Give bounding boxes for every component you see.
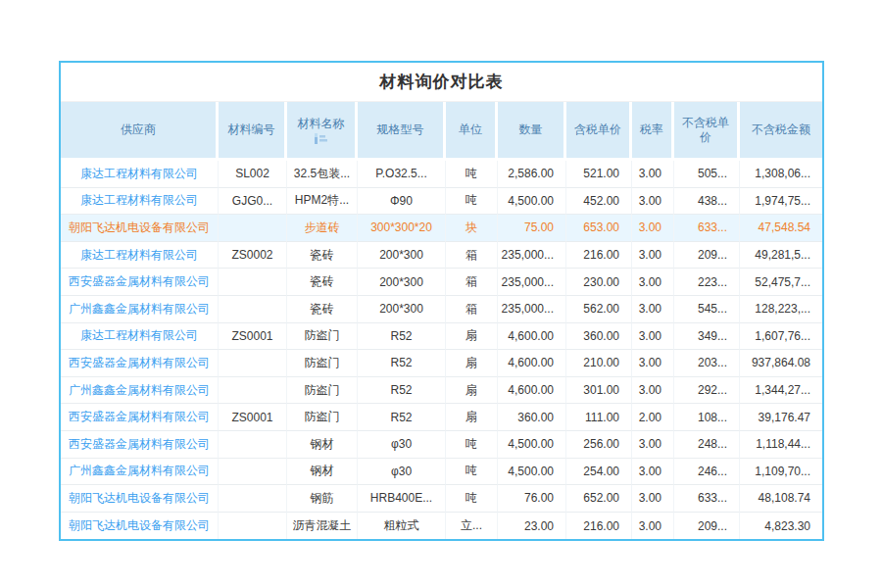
- supplier-link[interactable]: 康达工程材料有限公司: [80, 248, 198, 262]
- cell-supplier: 广州鑫鑫金属材料有限公司: [61, 296, 219, 323]
- cell-tax_rate: 3.00: [632, 269, 674, 296]
- cell-material_name: 瓷砖: [287, 296, 358, 323]
- table-row[interactable]: 西安盛器金属材料有限公司钢材φ30吨4,500.00256.003.00248.…: [61, 431, 822, 459]
- cell-price_incl_tax: 521.00: [566, 161, 632, 188]
- cell-price_excl_tax: 505...: [674, 161, 740, 188]
- supplier-link[interactable]: 朝阳飞达机电设备有限公司: [69, 220, 210, 234]
- supplier-link[interactable]: 康达工程材料有限公司: [80, 193, 198, 207]
- table-row[interactable]: 广州鑫鑫金属材料有限公司钢材φ30吨4,500.00254.003.00246.…: [61, 459, 822, 486]
- cell-unit: 立...: [446, 513, 498, 540]
- cell-price_incl_tax: 216.00: [566, 513, 632, 540]
- cell-quantity: 4,600.00: [498, 377, 566, 405]
- column-header-label: 不含税金额: [752, 122, 810, 137]
- cell-material_name: 钢筋: [287, 485, 358, 513]
- cell-material_no: ZS0002: [219, 242, 287, 270]
- cell-price_incl_tax: 452.00: [566, 188, 632, 216]
- cell-amount_excl_tax: 1,974,75...: [740, 188, 822, 216]
- supplier-link[interactable]: 朝阳飞达机电设备有限公司: [69, 518, 210, 532]
- cell-price_incl_tax: 254.00: [566, 459, 632, 486]
- cell-unit: 块: [446, 215, 498, 242]
- table-row[interactable]: 康达工程材料有限公司ZS0001防盗门R52扇4,600.00360.003.0…: [61, 323, 822, 351]
- cell-quantity: 4,500.00: [498, 431, 566, 459]
- cell-spec: 粗粒式: [358, 513, 446, 540]
- cell-material_name: 防盗门: [287, 323, 358, 351]
- column-header-label: 数量: [519, 122, 543, 137]
- cell-quantity: 23.00: [498, 513, 566, 540]
- supplier-link[interactable]: 西安盛器金属材料有限公司: [69, 274, 210, 288]
- cell-supplier: 康达工程材料有限公司: [61, 188, 219, 216]
- table-row[interactable]: 西安盛器金属材料有限公司瓷砖200*300箱235,000...230.003.…: [61, 269, 822, 296]
- table-row[interactable]: 康达工程材料有限公司SL00232.5包装...P.O32.5...吨2,586…: [61, 161, 822, 188]
- cell-amount_excl_tax: 47,548.54: [740, 215, 822, 242]
- supplier-link[interactable]: 朝阳飞达机电设备有限公司: [69, 491, 210, 505]
- cell-amount_excl_tax: 1,308,06...: [740, 161, 822, 188]
- cell-price_incl_tax: 562.00: [566, 296, 632, 323]
- cell-material_no: SL002: [219, 161, 287, 188]
- table-row[interactable]: 朝阳飞达机电设备有限公司沥青混凝土粗粒式立...23.00216.003.002…: [61, 513, 822, 540]
- column-header-unit: 单位: [446, 102, 498, 161]
- cell-material_no: GJG0...: [219, 188, 287, 216]
- cell-price_excl_tax: 633...: [674, 485, 740, 513]
- table-row[interactable]: 朝阳飞达机电设备有限公司钢筋HRB400E...吨76.00652.003.00…: [61, 485, 822, 513]
- cell-unit: 吨: [446, 485, 498, 513]
- cell-material_name: 瓷砖: [287, 269, 358, 296]
- supplier-link[interactable]: 西安盛器金属材料有限公司: [69, 437, 210, 451]
- cell-material_no: [219, 215, 287, 242]
- cell-unit: 扇: [446, 350, 498, 377]
- supplier-link[interactable]: 康达工程材料有限公司: [80, 167, 198, 180]
- cell-price_excl_tax: 209...: [674, 242, 740, 270]
- cell-supplier: 朝阳飞达机电设备有限公司: [61, 485, 219, 513]
- column-header-spec: 规格型号: [358, 102, 446, 161]
- supplier-link[interactable]: 西安盛器金属材料有限公司: [69, 410, 210, 423]
- cell-tax_rate: 3.00: [632, 459, 674, 486]
- table-row[interactable]: 康达工程材料有限公司ZS0002瓷砖200*300箱235,000...216.…: [61, 242, 822, 270]
- cell-tax_rate: 3.00: [632, 242, 674, 270]
- cell-material_name: 瓷砖: [287, 242, 358, 270]
- cell-unit: 吨: [446, 161, 498, 188]
- supplier-link[interactable]: 广州鑫鑫金属材料有限公司: [69, 383, 210, 397]
- cell-material_no: [219, 350, 287, 377]
- supplier-link[interactable]: 康达工程材料有限公司: [80, 328, 198, 342]
- cell-material_name: 钢材: [287, 431, 358, 459]
- cell-tax_rate: 3.00: [632, 377, 674, 405]
- table-row[interactable]: 朝阳飞达机电设备有限公司步道砖300*300*20块75.00653.003.0…: [61, 215, 822, 242]
- cell-tax_rate: 3.00: [632, 188, 674, 216]
- cell-supplier: 康达工程材料有限公司: [61, 323, 219, 351]
- cell-material_no: [219, 513, 287, 540]
- cell-amount_excl_tax: 1,118,44...: [740, 431, 822, 459]
- cell-material_name: 防盗门: [287, 377, 358, 405]
- cell-spec: 300*300*20: [358, 215, 446, 242]
- cell-supplier: 广州鑫鑫金属材料有限公司: [61, 459, 219, 486]
- cell-price_excl_tax: 223...: [674, 269, 740, 296]
- cell-unit: 箱: [446, 269, 498, 296]
- table-row[interactable]: 康达工程材料有限公司GJG0...HPM2特...Φ90吨4,500.00452…: [61, 188, 822, 216]
- cell-quantity: 76.00: [498, 485, 566, 513]
- cell-price_incl_tax: 653.00: [566, 215, 632, 242]
- cell-material_name: 32.5包装...: [287, 161, 358, 188]
- supplier-link[interactable]: 广州鑫鑫金属材料有限公司: [69, 302, 210, 316]
- cell-spec: R52: [358, 404, 446, 431]
- column-header-tax_rate: 税率: [632, 102, 674, 161]
- column-header-material_name[interactable]: 材料名称: [287, 102, 358, 161]
- cell-tax_rate: 2.00: [632, 404, 674, 431]
- cell-unit: 吨: [446, 431, 498, 459]
- table-row[interactable]: 广州鑫鑫金属材料有限公司防盗门R52扇4,600.00301.003.00292…: [61, 377, 822, 405]
- cell-spec: 200*300: [358, 296, 446, 323]
- table-row[interactable]: 广州鑫鑫金属材料有限公司瓷砖200*300箱235,000...562.003.…: [61, 296, 822, 323]
- column-header-material_no: 材料编号: [219, 102, 287, 161]
- column-header-quantity: 数量: [498, 102, 566, 161]
- header-row: 供应商材料编号材料名称规格型号单位数量含税单价税率不含税单价不含税金额: [61, 102, 822, 161]
- table-row[interactable]: 西安盛器金属材料有限公司防盗门R52扇4,600.00210.003.00203…: [61, 350, 822, 377]
- cell-amount_excl_tax: 4,823.30: [740, 513, 822, 540]
- supplier-link[interactable]: 西安盛器金属材料有限公司: [69, 356, 210, 369]
- cell-price_excl_tax: 246...: [674, 459, 740, 486]
- cell-material_no: ZS0001: [219, 323, 287, 351]
- supplier-link[interactable]: 广州鑫鑫金属材料有限公司: [69, 464, 210, 477]
- cell-tax_rate: 3.00: [632, 215, 674, 242]
- table-row[interactable]: 西安盛器金属材料有限公司ZS0001防盗门R52扇360.00111.002.0…: [61, 404, 822, 431]
- cell-unit: 扇: [446, 377, 498, 405]
- cell-amount_excl_tax: 48,108.74: [740, 485, 822, 513]
- cell-price_excl_tax: 248...: [674, 431, 740, 459]
- cell-price_incl_tax: 210.00: [566, 350, 632, 377]
- cell-price_incl_tax: 301.00: [566, 377, 632, 405]
